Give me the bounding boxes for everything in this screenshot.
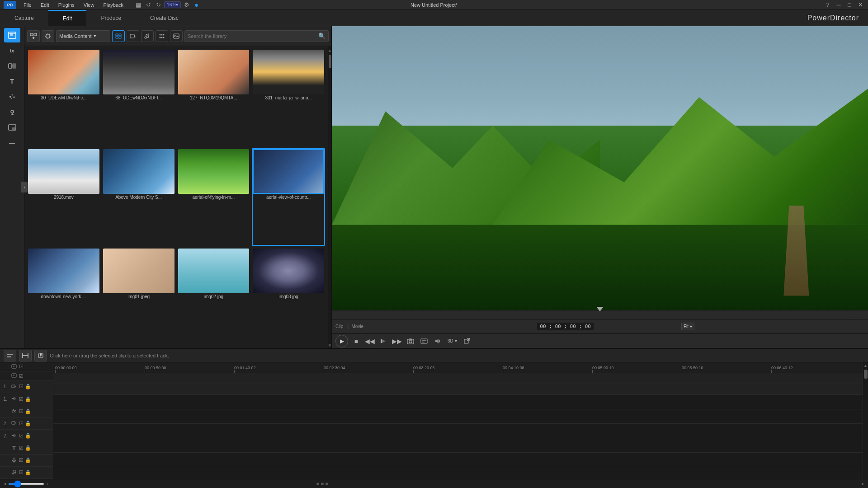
mark-in-button[interactable] [378,336,389,347]
track-1a-check[interactable]: ☑ [19,396,24,402]
3d-button[interactable]: 3D ▾ [446,336,459,347]
track-1-check[interactable]: ☑ [19,384,24,389]
filter-all-button[interactable] [112,30,125,42]
filter-grid-button[interactable] [156,30,168,42]
filter-audio-button[interactable] [141,30,154,42]
timeline-scrollbar[interactable]: ▲ [863,362,868,479]
sidebar-pip-icon[interactable] [4,120,20,135]
settings-icon[interactable]: ⚙ [183,1,191,8]
snapshot-button[interactable] [405,336,416,347]
track-2a-lock[interactable]: 🔒 [25,433,31,439]
menu-playback[interactable]: Playback [101,1,125,9]
content-type-dropdown[interactable]: Media Content ▾ [56,30,110,42]
maximize-icon[interactable]: □ [845,1,854,8]
track-check-master-audio[interactable]: ☑ [19,373,24,379]
track-music-check[interactable]: ☑ [19,469,24,475]
svg-rect-26 [116,37,118,38]
timeline-scroll-thumb[interactable] [864,370,868,379]
undo-icon[interactable]: ↺ [144,1,152,8]
stop-button[interactable]: ■ [351,336,362,347]
scroll-thumb[interactable] [329,55,331,68]
search-icon[interactable]: 🔍 [318,33,326,39]
redo-icon[interactable]: ↻ [154,1,162,8]
track-2-lock[interactable]: 🔒 [25,421,31,427]
sidebar-expand-btn[interactable]: › [21,182,28,192]
tab-produce[interactable]: Produce [86,10,136,26]
plugin-button[interactable] [42,30,54,42]
timeline-scroll-up[interactable]: ▲ [863,362,868,369]
svg-point-6 [9,96,11,98]
track-fx-lock[interactable]: 🔒 [25,408,31,414]
cloud-icon[interactable]: ● [193,1,201,9]
menu-edit[interactable]: Edit [39,1,51,9]
track-check-master[interactable]: ☑ [19,364,24,370]
media-item-2[interactable]: 68_UDEwNDAxNDFf... [102,49,175,146]
media-item-12[interactable]: img03.jpg [252,248,325,345]
svg-marker-70 [15,422,16,424]
scroll-up-icon[interactable]: ▲ [328,48,331,53]
track-1a-lock[interactable]: 🔒 [25,396,31,402]
track-vo-check[interactable]: ☑ [19,457,24,463]
media-item-5[interactable]: 2918.mov [27,148,100,246]
sidebar-transition-icon[interactable] [4,59,20,73]
help-icon[interactable]: ? [824,1,832,8]
track-1-lock[interactable]: 🔒 [25,384,31,389]
ruler-tick-4 [413,370,414,373]
fast-forward-button[interactable]: ▶▶ [392,336,402,347]
media-item-7[interactable]: aerial-of-flying-in-m... [177,148,250,246]
menu-plugins[interactable]: Plugins [57,1,76,9]
sidebar-fx-icon[interactable]: fx [4,43,20,58]
media-scrollbar[interactable]: ▲ ▼ [328,46,331,348]
media-item-8[interactable]: aerial-view-of-countr... [252,148,325,246]
subtitle-button[interactable] [419,336,429,347]
track-music-lock[interactable]: 🔒 [25,469,31,475]
ruler-tick-7 [682,370,682,373]
audio-button[interactable] [432,336,443,347]
track-vo-lock[interactable]: 🔒 [25,457,31,463]
sidebar-audio-icon[interactable] [4,105,20,119]
tab-create-disc[interactable]: Create Disc [136,10,193,26]
sidebar-title-icon[interactable]: T [4,74,20,89]
layout-icon[interactable]: ▦ [134,1,142,8]
media-item-10[interactable]: img01.jpeg [102,248,175,345]
filter-image-button[interactable] [170,30,183,42]
track-title-lock[interactable]: 🔒 [25,445,31,451]
scroll-down-icon[interactable]: ▼ [328,343,331,348]
track-fx-check[interactable]: ☑ [19,408,24,414]
media-item-1[interactable]: 30_UDEwMTAwNjFc... [27,49,100,146]
filter-video-button[interactable] [127,30,139,42]
ruler-mark-8: 00:06:40:12 [771,366,861,373]
play-button[interactable]: ▶ [335,335,348,347]
import-button[interactable] [27,30,40,42]
media-item-9[interactable]: downtown-new-york-... [27,248,100,345]
zoom-slider[interactable] [8,483,44,485]
external-button[interactable] [462,336,472,347]
track-2a-check[interactable]: ☑ [19,433,24,439]
tab-edit[interactable]: Edit [48,10,87,26]
sidebar-music-icon[interactable]: — [4,136,20,150]
scroll-right-icon[interactable]: ▸ [862,481,864,487]
sidebar-media-icon[interactable] [4,28,20,42]
sidebar-particles-icon[interactable] [4,89,20,104]
media-item-6[interactable]: Above Modern City S... [102,148,175,246]
media-item-4[interactable]: 331_marta_ja_wilano... [252,49,325,146]
track-title-check[interactable]: ☑ [19,445,24,451]
track-2-check[interactable]: ☑ [19,421,24,427]
tab-capture[interactable]: Capture [0,10,48,26]
track-1-num: 1. [2,384,9,389]
menu-view[interactable]: View [82,1,96,9]
zoom-in-icon[interactable]: + [46,481,49,487]
search-input[interactable] [188,33,316,39]
scroll-left-icon[interactable]: ◂ [4,481,6,487]
timeline-plus-btn[interactable] [34,350,47,361]
media-item-3[interactable]: 127_NTQ0M19QMTA... [177,49,250,146]
track-row-1-video [53,395,863,409]
menu-file[interactable]: File [22,1,33,9]
timeline-view-btn[interactable] [4,350,16,361]
minimize-icon[interactable]: ─ [835,1,843,8]
rewind-button[interactable]: ◀◀ [364,336,375,347]
media-item-11[interactable]: img02.jpg [177,248,250,345]
timeline-fit-btn[interactable] [19,350,32,361]
close-icon[interactable]: ✕ [856,1,864,8]
fit-select[interactable]: Fit ▾ [681,323,694,330]
